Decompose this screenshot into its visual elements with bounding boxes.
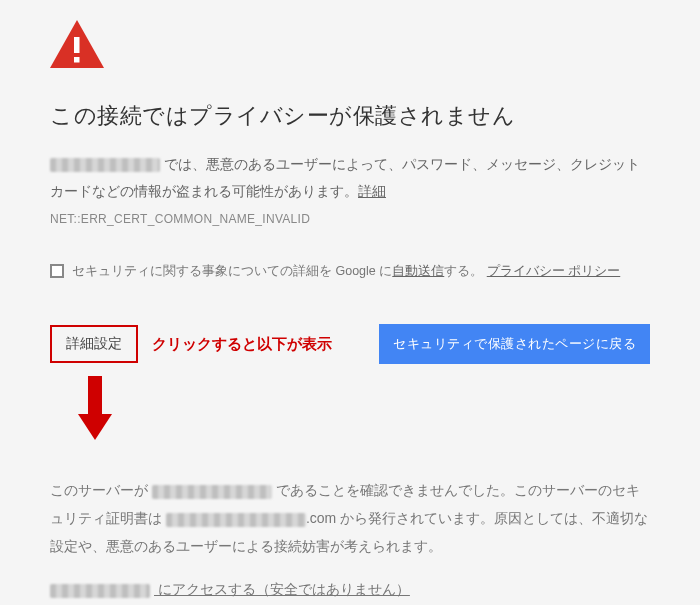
proceed-line: にアクセスする（安全ではありません） bbox=[50, 578, 650, 600]
arrow-down-icon bbox=[78, 376, 650, 440]
error-code: NET::ERR_CERT_COMMON_NAME_INVALID bbox=[50, 210, 650, 229]
privacy-policy-link[interactable]: プライバシー ポリシー bbox=[487, 264, 620, 278]
svg-rect-2 bbox=[74, 57, 80, 63]
opt-in-row: セキュリティに関する事象についての詳細を Google に自動送信する。 プライ… bbox=[50, 262, 650, 281]
advanced-detail-text: このサーバーが であることを確認できませんでした。このサーバーのセキュリティ証明… bbox=[50, 476, 650, 560]
action-row: 詳細設定 クリックすると以下が表示 セキュリティで保護されたページに戻る bbox=[50, 324, 650, 364]
opt-in-checkbox[interactable] bbox=[50, 264, 64, 278]
opt-in-text: セキュリティに関する事象についての詳細を Google に自動送信する。 プライ… bbox=[72, 262, 620, 281]
svg-rect-3 bbox=[88, 376, 102, 414]
advanced-button[interactable]: 詳細設定 bbox=[50, 325, 138, 363]
redacted-domain-3 bbox=[50, 584, 150, 598]
autosend-link[interactable]: 自動送信 bbox=[392, 264, 444, 278]
redacted-domain-2 bbox=[152, 485, 272, 499]
redacted-issuer bbox=[166, 513, 306, 527]
annotation-note: クリックすると以下が表示 bbox=[152, 332, 365, 356]
warning-description: では、悪意のあるユーザーによって、パスワード、メッセージ、クレジット カードなど… bbox=[50, 151, 650, 204]
warning-triangle-icon bbox=[50, 20, 650, 68]
svg-marker-4 bbox=[78, 414, 112, 440]
back-to-safety-button[interactable]: セキュリティで保護されたページに戻る bbox=[379, 324, 650, 364]
svg-rect-1 bbox=[74, 37, 80, 53]
proceed-anyway-link[interactable]: にアクセスする（安全ではありません） bbox=[154, 581, 410, 597]
page-title: この接続ではプライバシーが保護されません bbox=[50, 98, 650, 133]
learn-more-link[interactable]: 詳細 bbox=[358, 183, 386, 199]
redacted-domain bbox=[50, 158, 160, 172]
